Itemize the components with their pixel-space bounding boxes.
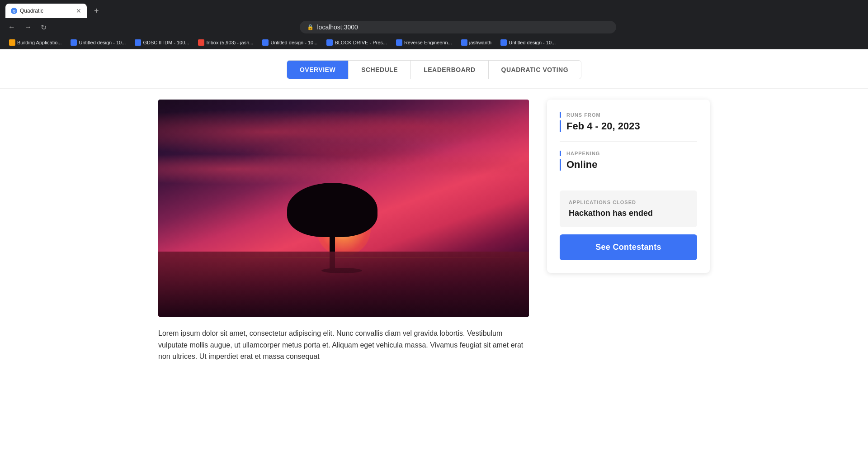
bookmark-label: jashwanth <box>469 40 492 45</box>
hero-image <box>158 100 529 317</box>
sidebar: RUNS FROM Feb 4 - 20, 2023 HAPPENING Onl… <box>547 100 710 273</box>
bookmark-item[interactable]: BLOCK DRIVE - Pres... <box>323 38 391 47</box>
tab-schedule[interactable]: SCHEDULE <box>349 61 411 79</box>
browser-tab-active[interactable]: Q Quadratic ✕ <box>5 4 87 18</box>
see-contestants-button[interactable]: See Contestants <box>560 234 697 260</box>
nav-tabs-container: OVERVIEW SCHEDULE LEADERBOARD QUADRATIC … <box>0 49 868 89</box>
bookmark-item[interactable]: Reverse Engineerin... <box>392 38 456 47</box>
applications-status-label: APPLICATIONS CLOSED <box>569 200 688 205</box>
runs-from-section: RUNS FROM Feb 4 - 20, 2023 <box>560 112 697 132</box>
title-bar: Q Quadratic ✕ + <box>0 0 868 18</box>
sidebar-card: RUNS FROM Feb 4 - 20, 2023 HAPPENING Onl… <box>547 100 710 273</box>
bookmark-item[interactable]: Untitled design - 10... <box>259 38 321 47</box>
runs-from-label: RUNS FROM <box>560 112 697 118</box>
bookmarks-bar: Building Applicatio... Untitled design -… <box>0 36 868 49</box>
tab-close-button[interactable]: ✕ <box>76 7 81 14</box>
happening-value: Online <box>560 159 697 171</box>
bookmark-favicon <box>500 39 507 46</box>
bookmark-favicon <box>396 39 402 46</box>
water-layer <box>158 252 529 317</box>
lock-icon: 🔒 <box>307 24 314 30</box>
bookmark-item[interactable]: Untitled design - 10... <box>67 38 129 47</box>
tab-overview[interactable]: OVERVIEW <box>287 61 349 79</box>
happening-section: HAPPENING Online <box>560 151 697 171</box>
forward-button[interactable]: → <box>22 21 34 33</box>
tab-favicon: Q <box>11 8 17 14</box>
browser-chrome: Q Quadratic ✕ + ← → ↻ 🔒 localhost:3000 B… <box>0 0 868 49</box>
page-content: OVERVIEW SCHEDULE LEADERBOARD QUADRATIC … <box>0 49 868 447</box>
bookmark-label: Reverse Engineerin... <box>404 40 452 45</box>
bookmark-label: Untitled design - 10... <box>509 40 556 45</box>
bookmark-favicon <box>198 39 204 46</box>
bookmark-favicon <box>9 39 15 46</box>
nav-bar: ← → ↻ 🔒 localhost:3000 <box>0 18 868 36</box>
tab-leaderboard[interactable]: LEADERBOARD <box>411 61 488 79</box>
hero-image-placeholder <box>158 100 529 317</box>
bookmark-item[interactable]: jashwanth <box>458 38 495 47</box>
nav-tabs: OVERVIEW SCHEDULE LEADERBOARD QUADRATIC … <box>287 60 581 79</box>
description-text: Lorem ipsum dolor sit amet, consectetur … <box>158 328 529 362</box>
happening-label: HAPPENING <box>560 151 697 156</box>
address-text: localhost:3000 <box>317 24 609 31</box>
bookmark-label: Building Applicatio... <box>17 40 61 45</box>
bookmark-item[interactable]: Untitled design - 10... <box>497 38 559 47</box>
hackathon-status-value: Hackathon has ended <box>569 209 688 218</box>
bookmark-favicon <box>262 39 269 46</box>
bookmark-item[interactable]: Inbox (5,903) - jash... <box>194 38 257 47</box>
main-layout: Lorem ipsum dolor sit amet, consectetur … <box>140 89 728 373</box>
bookmark-favicon <box>326 39 333 46</box>
tree-canopy <box>287 183 377 237</box>
address-bar[interactable]: 🔒 localhost:3000 <box>300 21 616 33</box>
bookmark-label: Untitled design - 10... <box>79 40 126 45</box>
bookmark-favicon <box>461 39 467 46</box>
bookmark-label: BLOCK DRIVE - Pres... <box>335 40 387 45</box>
runs-from-value: Feb 4 - 20, 2023 <box>560 120 697 132</box>
bookmark-item[interactable]: Building Applicatio... <box>5 38 65 47</box>
info-divider <box>560 141 697 142</box>
tab-title: Quadratic <box>20 8 73 14</box>
bookmark-favicon <box>71 39 77 46</box>
bookmark-favicon <box>135 39 141 46</box>
new-tab-button[interactable]: + <box>90 5 103 18</box>
status-box: APPLICATIONS CLOSED Hackathon has ended <box>560 190 697 227</box>
back-button[interactable]: ← <box>5 21 18 33</box>
spacer <box>560 180 697 190</box>
tab-quadratic-voting[interactable]: QUADRATIC VOTING <box>489 61 581 79</box>
reload-button[interactable]: ↻ <box>38 21 49 33</box>
hero-image-container: Lorem ipsum dolor sit amet, consectetur … <box>158 100 529 362</box>
bookmark-label: GDSC IITDM - 100... <box>143 40 189 45</box>
bookmark-item[interactable]: GDSC IITDM - 100... <box>131 38 193 47</box>
bookmark-label: Inbox (5,903) - jash... <box>206 40 253 45</box>
bookmark-label: Untitled design - 10... <box>270 40 317 45</box>
